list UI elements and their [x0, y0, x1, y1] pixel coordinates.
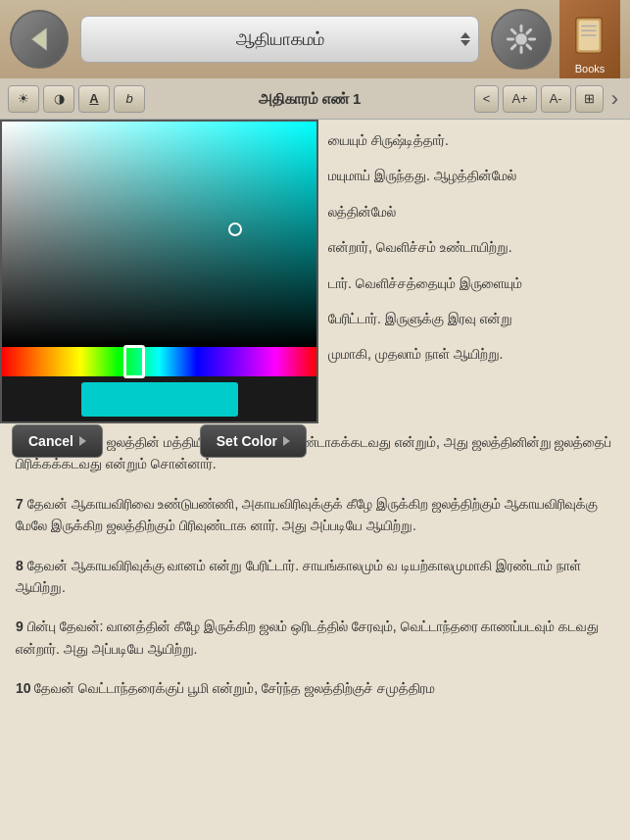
- chapter-label: அதிகாரம் எண் 1: [149, 90, 470, 108]
- share-button[interactable]: <: [474, 85, 500, 113]
- background-text-area: யையும் சிருஷ்டித்தார். மயுமாய் இருந்தது.…: [318, 120, 630, 389]
- book-title: ஆதியாகமம்: [236, 29, 324, 50]
- bg-text-3: லத்தின்மேல்: [328, 201, 620, 222]
- font-decrease-label: A-: [550, 91, 562, 106]
- verse-10-number: 10: [16, 680, 34, 696]
- set-color-button[interactable]: Set Color: [200, 424, 307, 458]
- verse-text-area: 6 பின்பு தேவன்: ஜலத்தின் மத்தியில் ஆகாயவ…: [0, 423, 630, 721]
- verse-9-number: 9: [16, 618, 27, 634]
- verse-10-text: தேவன் வெட்டாந்தரைக்குப் பூமி என்றும், சே…: [34, 680, 434, 696]
- bg-text-5: டார். வெளிச்சத்தையும் இருளையும்: [328, 272, 620, 294]
- app-header: ஆதியாகமம்: [0, 0, 630, 78]
- svg-line-9: [511, 45, 515, 49]
- bookmark-button[interactable]: ⊞: [575, 85, 604, 113]
- title-arrows[interactable]: [460, 32, 470, 46]
- verse-8: 8 தேவன் ஆகாயவிரிவுக்கு வானம் என்று பேரிட…: [16, 555, 614, 599]
- bookmark-icon: ⊞: [584, 91, 595, 106]
- color-cursor: [228, 222, 242, 236]
- set-color-arrow-icon: [283, 436, 290, 446]
- bg-text-2: மயுமாய் இருந்தது. ஆழத்தின்மேல்: [328, 165, 620, 186]
- hue-selector: [123, 345, 145, 378]
- brightness-icon: ☀: [18, 91, 29, 106]
- cancel-button[interactable]: Cancel: [12, 424, 103, 458]
- toolbar-right-buttons: < A+ A- ⊞: [474, 85, 604, 113]
- brightness-button[interactable]: ☀: [8, 85, 39, 113]
- cancel-label: Cancel: [28, 433, 73, 449]
- font-icon: b: [125, 91, 132, 106]
- set-color-label: Set Color: [217, 433, 277, 449]
- verse-9: 9 பின்பு தேவன்: வானத்தின் கீழே இருக்கிற …: [16, 616, 614, 660]
- text-color-button[interactable]: A: [78, 85, 110, 113]
- verse-8-text: தேவன் ஆகாயவிரிவுக்கு வானம் என்று பேரிட்ட…: [16, 558, 581, 595]
- text-a-icon: A: [89, 91, 98, 106]
- color-preview-swatch: [81, 382, 238, 417]
- books-button[interactable]: Books: [559, 0, 620, 78]
- contrast-button[interactable]: ◑: [43, 85, 74, 113]
- svg-marker-0: [32, 28, 47, 51]
- verse-10: 10 தேவன் வெட்டாந்தரைக்குப் பூமி என்றும்,…: [16, 677, 614, 699]
- share-icon: <: [483, 91, 491, 106]
- title-arrow-up[interactable]: [460, 32, 470, 38]
- font-decrease-button[interactable]: A-: [541, 85, 571, 113]
- svg-line-7: [527, 45, 531, 49]
- font-increase-label: A+: [511, 91, 527, 106]
- books-label: Books: [575, 63, 606, 74]
- bg-text-1: யையும் சிருஷ்டித்தார்.: [328, 129, 620, 151]
- next-chapter-button[interactable]: ›: [607, 86, 622, 112]
- font-increase-button[interactable]: A+: [503, 85, 536, 113]
- verse-7-text: தேவன் ஆகாயவிரிவை உண்டுபண்ணி, அகாயவிரிவுக…: [16, 496, 598, 533]
- verse-7: 7 தேவன் ஆகாயவிரிவை உண்டுபண்ணி, அகாயவிரிவ…: [16, 493, 614, 537]
- verse-8-number: 8: [16, 558, 27, 573]
- dialog-button-row: Cancel Set Color: [2, 417, 316, 464]
- cancel-arrow-icon: [79, 436, 86, 446]
- contrast-icon: ◑: [54, 91, 65, 106]
- svg-point-1: [515, 33, 527, 45]
- svg-line-8: [527, 29, 531, 33]
- book-title-selector[interactable]: ஆதியாகமம்: [80, 16, 479, 63]
- color-gradient-canvas[interactable]: [2, 122, 316, 347]
- bg-text-6: பேரிட்டார். இருளுக்கு இரவு என்று: [328, 308, 620, 329]
- main-reading-area: யையும் சிருஷ்டித்தார். மயுமாய் இருந்தது.…: [0, 120, 630, 840]
- settings-button[interactable]: [491, 9, 552, 70]
- bg-text-4: என்றார், வெளிச்சம் உண்டாயிற்று.: [328, 236, 620, 258]
- reading-toolbar: ☀ ◑ A b அதிகாரம் எண் 1 < A+ A- ⊞ ›: [0, 78, 630, 120]
- bg-text-7: முமாகி, முதலாம் நாள் ஆயிற்று.: [328, 343, 620, 365]
- font-button[interactable]: b: [114, 85, 145, 113]
- svg-line-6: [511, 29, 515, 33]
- verse-7-number: 7: [16, 496, 27, 512]
- hue-slider[interactable]: [2, 347, 316, 376]
- color-picker-dialog: Cancel Set Color: [0, 120, 318, 423]
- title-arrow-down[interactable]: [460, 40, 470, 46]
- verse-9-text: பின்பு தேவன்: வானத்தின் கீழே இருக்கிற ஜல…: [16, 618, 599, 656]
- back-button[interactable]: [10, 10, 69, 69]
